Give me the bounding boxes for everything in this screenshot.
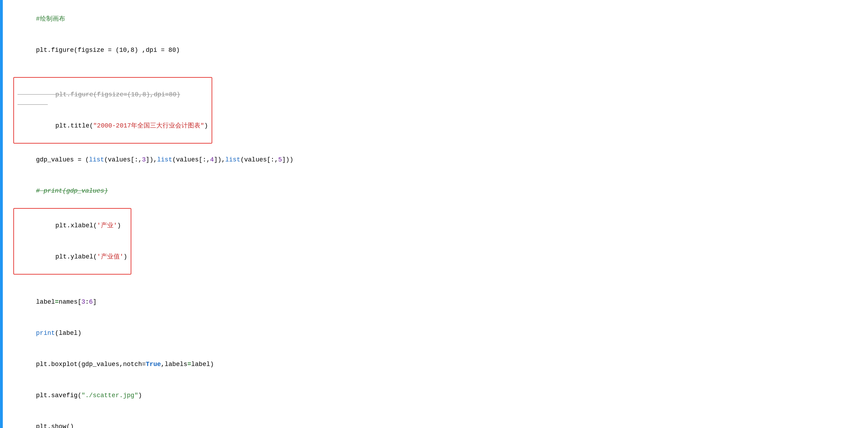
code-line-label: label=names[3:6]	[13, 287, 857, 318]
code-line-ylabel: plt.ylabel('产业值')	[18, 241, 127, 272]
code-line-printlabel: print(label)	[13, 318, 857, 349]
code-line-figure1: plt.figure(figsize = (10,8) ,dpi = 80)	[13, 35, 857, 66]
code-line-show: plt.show()	[13, 411, 857, 428]
code-line-struck: plt.figure(figsize=(10,8),dpi=80)	[18, 79, 208, 110]
code-line-blank1	[13, 66, 857, 76]
red-box-labels: plt.xlabel('产业') plt.ylabel('产业值')	[13, 208, 131, 275]
code-line-boxplot: plt.boxplot(gdp_values,notch=True,labels…	[13, 349, 857, 380]
comment-draw: #绘制画布	[13, 4, 857, 35]
code-line-xlabel: plt.xlabel('产业')	[18, 210, 127, 241]
code-line-title: plt.title("2000-2017年全国三大行业会计图表")	[18, 110, 208, 141]
code-line-savefig: plt.savefig("./scatter.jpg")	[13, 380, 857, 411]
code-line-gdp: gdp_values = (list(values[:,3]),list(val…	[13, 144, 857, 175]
code-line-print-comment: # print(gdp_values)	[13, 175, 857, 207]
left-accent-bar	[0, 0, 3, 428]
comment-text: #绘制画布	[36, 15, 65, 22]
red-box-title: plt.figure(figsize=(10,8),dpi=80) plt.ti…	[13, 77, 212, 144]
main-content: #绘制画布 plt.figure(figsize = (10,8) ,dpi =…	[3, 0, 868, 428]
code-line-blank2	[13, 276, 857, 287]
page-container: #绘制画布 plt.figure(figsize = (10,8) ,dpi =…	[0, 0, 868, 428]
red-box-xy: plt.xlabel('产业') plt.ylabel('产业值')	[13, 208, 131, 275]
boxed-title-group: plt.figure(figsize=(10,8),dpi=80) plt.ti…	[13, 77, 212, 144]
